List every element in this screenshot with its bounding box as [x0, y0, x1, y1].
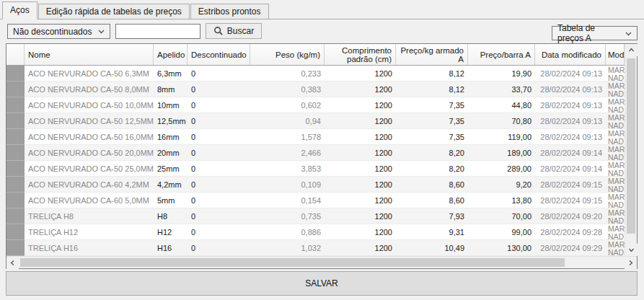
cell-mod[interactable]: MAR NAD	[606, 161, 625, 177]
cell-preco-kg-armado-a[interactable]: 7,93	[396, 208, 468, 224]
search-button[interactable]: Buscar	[206, 23, 262, 39]
cell-comprimento-padrao[interactable]: 1200	[325, 66, 396, 81]
cell-preco-barra-a[interactable]: 70,00	[468, 208, 535, 224]
cell-comprimento-padrao[interactable]: 1200	[325, 161, 396, 177]
row-selector[interactable]	[6, 145, 25, 161]
cell-mod[interactable]: MAR NAD	[606, 66, 625, 81]
cell-comprimento-padrao[interactable]: 1200	[325, 224, 396, 240]
status-filter-dropdown[interactable]: Não descontinuados	[7, 24, 110, 39]
tab-edicao-rapida[interactable]: Edição rápida de tabelas de preços	[38, 4, 190, 19]
row-selector[interactable]	[6, 224, 25, 240]
cell-peso[interactable]: 0,94	[250, 113, 325, 129]
column-header-data-modificado[interactable]: Data modificado	[535, 44, 606, 65]
cell-nome[interactable]: ACO NERVURADO CA-50 16,0MM	[25, 129, 154, 145]
row-selector[interactable]	[6, 66, 25, 81]
table-row[interactable]: ACO NERVURADO CA-60 5,0MM5mm00,15412008,…	[6, 193, 625, 208]
cell-apelido[interactable]: 5mm	[154, 193, 188, 208]
cell-peso[interactable]: 0,602	[250, 97, 325, 113]
cell-preco-kg-armado-a[interactable]: 10,49	[396, 240, 468, 256]
cell-nome[interactable]: ACO NERVURADO CA-50 20,0MM	[25, 145, 154, 161]
cell-apelido[interactable]: 10mm	[154, 97, 188, 113]
cell-mod[interactable]: MAR NAD	[606, 129, 625, 145]
cell-data-modificado[interactable]: 28/02/2024 09:15	[535, 177, 606, 193]
scroll-up-icon[interactable]	[625, 44, 638, 56]
row-selector[interactable]	[6, 240, 25, 256]
cell-comprimento-padrao[interactable]: 1200	[325, 208, 396, 224]
cell-preco-barra-a[interactable]: 70,80	[468, 113, 535, 129]
cell-peso[interactable]: 0,109	[250, 177, 325, 193]
cell-peso[interactable]: 0,886	[250, 224, 325, 240]
row-selector[interactable]	[6, 129, 25, 145]
cell-mod[interactable]: MAR NAD	[606, 97, 625, 113]
cell-data-modificado[interactable]: 28/02/2024 09:14	[535, 145, 606, 161]
cell-mod[interactable]: MAR NAD	[606, 177, 625, 193]
cell-mod[interactable]: MAR NAD	[606, 240, 625, 256]
row-selector[interactable]	[6, 208, 25, 224]
cell-peso[interactable]: 0,383	[250, 81, 325, 97]
cell-data-modificado[interactable]: 28/02/2024 09:28	[535, 224, 606, 240]
column-header-selector[interactable]	[6, 44, 25, 65]
table-row[interactable]: ACO NERVURADO CA-50 20,0MM20mm02,4661200…	[6, 145, 625, 161]
price-table-dropdown[interactable]: Tabela de preços A	[552, 26, 638, 40]
cell-preco-barra-a[interactable]: 189,00	[468, 145, 535, 161]
cell-preco-barra-a[interactable]: 289,00	[468, 161, 535, 177]
cell-preco-kg-armado-a[interactable]: 8,60	[396, 193, 468, 208]
cell-preco-barra-a[interactable]: 13,80	[468, 193, 535, 208]
cell-preco-kg-armado-a[interactable]: 7,35	[396, 97, 468, 113]
cell-preco-barra-a[interactable]: 130,00	[468, 240, 535, 256]
table-row[interactable]: TRELIÇA H8H800,73512007,9370,0028/02/202…	[6, 208, 625, 224]
cell-mod[interactable]: MAR NAD	[606, 145, 625, 161]
cell-preco-kg-armado-a[interactable]: 7,35	[396, 113, 468, 129]
cell-preco-kg-armado-a[interactable]: 9,31	[396, 224, 468, 240]
row-selector[interactable]	[6, 113, 25, 129]
cell-preco-barra-a[interactable]: 44,80	[468, 97, 535, 113]
table-row[interactable]: ACO NERVURADO CA-50 10,0MM10mm00,6021200…	[6, 97, 625, 113]
cell-preco-barra-a[interactable]: 19,90	[468, 66, 535, 81]
cell-descontinuado[interactable]: 0	[188, 97, 250, 113]
cell-peso[interactable]: 1,578	[250, 129, 325, 145]
cell-descontinuado[interactable]: 0	[188, 113, 250, 129]
cell-mod[interactable]: MAR NAD	[606, 81, 625, 97]
row-selector[interactable]	[6, 161, 25, 177]
cell-apelido[interactable]: 12,5mm	[154, 113, 188, 129]
cell-data-modificado[interactable]: 28/02/2024 09:13	[535, 129, 606, 145]
cell-mod[interactable]: MAR NAD	[606, 224, 625, 240]
cell-apelido[interactable]: H16	[154, 240, 188, 256]
cell-nome[interactable]: ACO NERVURADO CA-50 25,0MM	[25, 161, 154, 177]
table-row[interactable]: ACO NERVURADO CA-50 25,0MM25mm03,8531200…	[6, 161, 625, 177]
cell-data-modificado[interactable]: 28/02/2024 09:29	[535, 240, 606, 256]
cell-peso[interactable]: 0,233	[250, 66, 325, 81]
row-selector[interactable]	[6, 97, 25, 113]
cell-nome[interactable]: TRELIÇA H8	[25, 208, 154, 224]
cell-apelido[interactable]: 25mm	[154, 161, 188, 177]
cell-peso[interactable]: 3,853	[250, 161, 325, 177]
table-row[interactable]: ACO NERVURADO CA-60 4,2MM4,2mm00,1091200…	[6, 177, 625, 193]
row-selector[interactable]	[6, 177, 25, 193]
cell-mod[interactable]: MAR NAD	[606, 113, 625, 129]
cell-nome[interactable]: TRELIÇA H16	[25, 240, 154, 256]
cell-descontinuado[interactable]: 0	[188, 145, 250, 161]
tab-estribos-prontos[interactable]: Estribos prontos	[190, 4, 269, 19]
cell-descontinuado[interactable]: 0	[188, 224, 250, 240]
column-header-comprimento[interactable]: Comprimento padrão (cm)	[325, 44, 396, 65]
cell-descontinuado[interactable]: 0	[188, 66, 250, 81]
cell-nome[interactable]: ACO NERVURADO CA-50 12,5MM	[25, 113, 154, 129]
cell-descontinuado[interactable]: 0	[188, 177, 250, 193]
horizontal-scrollbar-thumb[interactable]	[20, 258, 565, 267]
cell-descontinuado[interactable]: 0	[188, 129, 250, 145]
cell-nome[interactable]: ACO NERVURADO CA-60 4,2MM	[25, 177, 154, 193]
cell-peso[interactable]: 0,735	[250, 208, 325, 224]
cell-descontinuado[interactable]: 0	[188, 208, 250, 224]
column-header-mod[interactable]: Mod	[606, 44, 625, 65]
vertical-scrollbar[interactable]	[625, 44, 637, 256]
cell-apelido[interactable]: 4,2mm	[154, 177, 188, 193]
cell-peso[interactable]: 1,032	[250, 240, 325, 256]
scroll-right-icon[interactable]	[625, 257, 637, 269]
cell-apelido[interactable]: H12	[154, 224, 188, 240]
cell-nome[interactable]: ACO NERVURADO CA-50 6,3MM	[25, 66, 154, 81]
column-header-nome[interactable]: Nome	[25, 44, 154, 65]
column-header-preco-barra[interactable]: Preço/barra A	[468, 44, 535, 65]
cell-data-modificado[interactable]: 28/02/2024 09:13	[535, 97, 606, 113]
cell-apelido[interactable]: 20mm	[154, 145, 188, 161]
cell-preco-kg-armado-a[interactable]: 8,20	[396, 161, 468, 177]
